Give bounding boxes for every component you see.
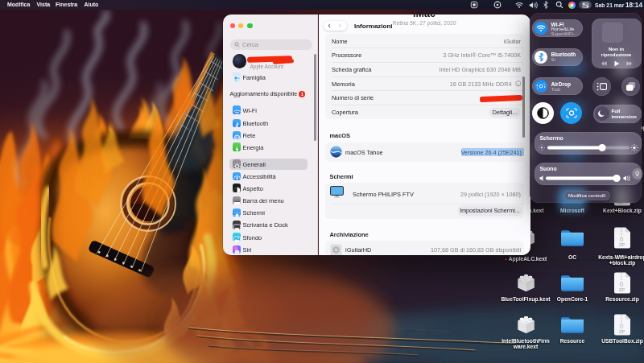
svg-text:i: i — [518, 82, 519, 86]
